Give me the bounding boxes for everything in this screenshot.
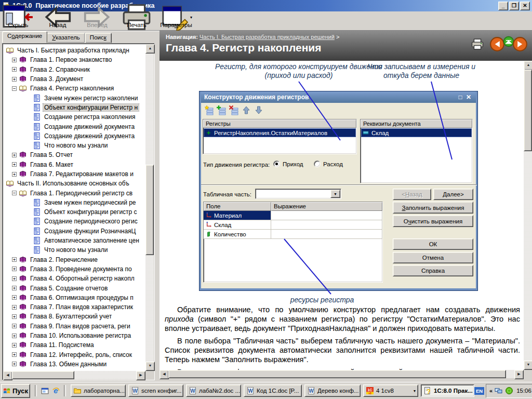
tree-item[interactable]: Что нового мы узнали xyxy=(4,245,145,255)
tree-item[interactable]: +Глава 10. Использование регистра xyxy=(4,331,145,340)
internet-explorer-icon[interactable]: e xyxy=(51,387,60,395)
tree-item[interactable]: +Глава 9. План видов расчета, реги xyxy=(4,322,145,331)
tree-expander-icon[interactable]: + xyxy=(12,352,17,357)
content-scroll-up-button[interactable]: ▲ xyxy=(524,61,532,70)
content-hscroll-thumb[interactable] xyxy=(168,370,506,378)
tree-item[interactable]: +Глава 13. Обмен данными xyxy=(4,360,145,369)
tree-item[interactable]: Автоматическое заполнение цен xyxy=(4,236,145,245)
print-page-icon[interactable] xyxy=(471,37,484,51)
breadcrumb-link[interactable]: Часть I. Быстрая разработка прикладных р… xyxy=(200,34,335,40)
tree-item[interactable]: +Глава 6. Макет xyxy=(4,160,145,169)
tree-expander-icon[interactable]: − xyxy=(12,191,17,195)
antivirus-tray-icon[interactable] xyxy=(505,387,513,395)
tree-expander-icon[interactable]: + xyxy=(12,314,17,319)
tree-expander-icon[interactable]: + xyxy=(12,276,17,281)
tree-item[interactable]: +Глава 2. Справочник xyxy=(4,65,145,74)
taskbar-button[interactable]: 1Сv84 1cv8▾ xyxy=(363,384,418,397)
taskbar-button[interactable]: Wлаба№2.doc ... xyxy=(186,384,241,397)
restore-button[interactable]: ❐ xyxy=(509,2,519,10)
sidebar-tab[interactable]: Поиск xyxy=(85,33,112,43)
tree-expander-icon[interactable]: + xyxy=(12,362,17,366)
taskbar-button[interactable]: лабораторна... xyxy=(71,384,126,397)
ok-button[interactable]: ОК xyxy=(393,238,473,250)
tabular-part-combobox[interactable]: ▼ xyxy=(255,189,341,199)
toolbar-button-back[interactable]: Назад xyxy=(42,12,74,30)
tree-item[interactable]: Что нового мы узнали xyxy=(4,141,145,150)
content-scroll-left-button[interactable]: ◀ xyxy=(159,370,169,379)
taskbar-button[interactable]: WДерево конф... xyxy=(304,384,361,397)
tree-item[interactable]: +Глава 3. Документ xyxy=(4,74,145,84)
dialog-close-icon[interactable]: ✕ xyxy=(464,93,473,101)
toolbar-button-forward[interactable]: Вперед xyxy=(81,12,113,30)
minimize-button[interactable]: _ xyxy=(498,2,508,10)
tree-item[interactable]: +Глава 2. Перечисление xyxy=(4,255,145,264)
expression-cell[interactable] xyxy=(271,230,382,238)
tree-expander-icon[interactable]: + xyxy=(12,286,17,290)
field-cell[interactable]: Склад xyxy=(204,220,271,229)
toolbar-button-print[interactable]: Печать xyxy=(121,12,153,30)
list-new-icon[interactable] xyxy=(204,105,215,115)
cancel-button[interactable]: Отмена xyxy=(393,252,473,263)
help-button[interactable]: Справка xyxy=(393,265,473,276)
tree-expander-icon[interactable]: + xyxy=(12,305,17,310)
tree-item[interactable]: +Глава 11. Подсистема xyxy=(4,340,145,350)
next-button[interactable]: Далее> xyxy=(433,189,473,200)
dialog-maximize-icon[interactable]: □ xyxy=(456,93,464,101)
fill-expressions-button[interactable]: Заполнить выражения xyxy=(393,202,473,214)
tree-item[interactable]: +Глава 5. Отчет xyxy=(4,150,145,159)
toolbar-button-options[interactable]: ▾Параметры xyxy=(160,12,192,30)
tree-expander-icon[interactable]: + xyxy=(12,162,17,167)
move-up-icon[interactable] xyxy=(241,105,252,115)
sidebar-tab[interactable]: Указатель xyxy=(47,33,85,43)
tree-item[interactable]: −Глава 4. Регистр накопления xyxy=(4,84,145,93)
tree-item[interactable]: +Глава 3. Проведение документа по xyxy=(4,264,145,274)
register-list-item[interactable]: +РегистрНакопления.ОстаткиМатериалов xyxy=(204,128,356,137)
content-vscroll-thumb[interactable] xyxy=(524,70,532,151)
tree-item[interactable]: Объект конфигурации регистр с xyxy=(4,207,145,217)
tray-chevron[interactable]: « xyxy=(489,388,493,394)
tree-expander-icon[interactable]: + xyxy=(12,172,17,177)
tree-item[interactable]: +Глава 4. Оборотный регистр накопл xyxy=(4,274,145,283)
tree-expander-icon[interactable]: + xyxy=(12,58,17,62)
table-row[interactable]: Количество xyxy=(204,230,382,239)
tree-expander-icon[interactable]: + xyxy=(12,77,17,82)
content-hscrollbar[interactable]: ◀ ▶ xyxy=(159,370,524,378)
taskbar-button[interactable]: Wscren конфиг... xyxy=(128,384,183,397)
toolbar-button-hide[interactable]: Скрыть xyxy=(2,12,34,30)
tree-item[interactable]: Создание функции РозничнаяЦ xyxy=(4,227,145,236)
list-add-icon[interactable] xyxy=(216,105,228,115)
radio-expense[interactable]: Расход xyxy=(314,161,343,167)
quick-launch-app-icon[interactable] xyxy=(41,387,49,395)
tree-expander-icon[interactable]: + xyxy=(12,324,17,328)
tree-item[interactable]: +Глава 12. Интерфейс, роль, список xyxy=(4,350,145,360)
taskbar-clock[interactable]: 15:06 xyxy=(516,388,531,394)
field-cell[interactable]: Материал xyxy=(204,211,271,220)
tree-hscrollbar[interactable]: ◀ ▶ xyxy=(3,371,145,379)
tree-scroll-up-button[interactable]: ▲ xyxy=(145,44,155,54)
tree-expander-icon[interactable]: + xyxy=(12,343,17,348)
content-scroll-right-button[interactable]: ▶ xyxy=(514,370,524,379)
tree-expander-icon[interactable]: + xyxy=(12,295,17,300)
tree-expander-icon[interactable]: + xyxy=(12,153,17,157)
tree-expander-icon[interactable]: + xyxy=(12,267,17,271)
tree-item[interactable]: Создание движений документа xyxy=(4,131,145,141)
network-tray-icon[interactable] xyxy=(495,387,503,395)
tree-expander-icon[interactable]: + xyxy=(12,334,17,338)
tree-item[interactable]: +Глава 6. Оптимизация процедуры п xyxy=(4,293,145,302)
tree-scroll-left-button[interactable]: ◀ xyxy=(3,371,12,380)
tree-item[interactable]: +Глава 8. Бухгалтерский учет xyxy=(4,312,145,321)
expression-cell[interactable] xyxy=(271,211,382,220)
content-scroll-down-button[interactable]: ▼ xyxy=(524,361,532,370)
tree-expander-icon[interactable]: + xyxy=(12,67,17,72)
tree-item[interactable]: +Глава 7. План видов характеристик xyxy=(4,302,145,312)
tree-expander-icon[interactable]: + xyxy=(12,257,17,262)
window-titlebar[interactable]: ? 1С:8.0 Практическое пособие разработчи… xyxy=(0,0,532,11)
tree-vscrollbar[interactable]: ▲ ▼ xyxy=(145,44,154,371)
tree-expander-icon[interactable]: − xyxy=(12,86,17,91)
field-cell[interactable]: Количество xyxy=(204,230,271,238)
tree-item[interactable]: +Глава 1. Первое знакомство xyxy=(4,55,145,64)
tree-item[interactable]: Создание периодического регис xyxy=(4,217,145,226)
close-button[interactable]: ✕ xyxy=(520,2,530,10)
move-down-icon[interactable] xyxy=(254,105,265,115)
tree-item[interactable]: −Глава 1. Периодический регистр св xyxy=(4,188,145,197)
